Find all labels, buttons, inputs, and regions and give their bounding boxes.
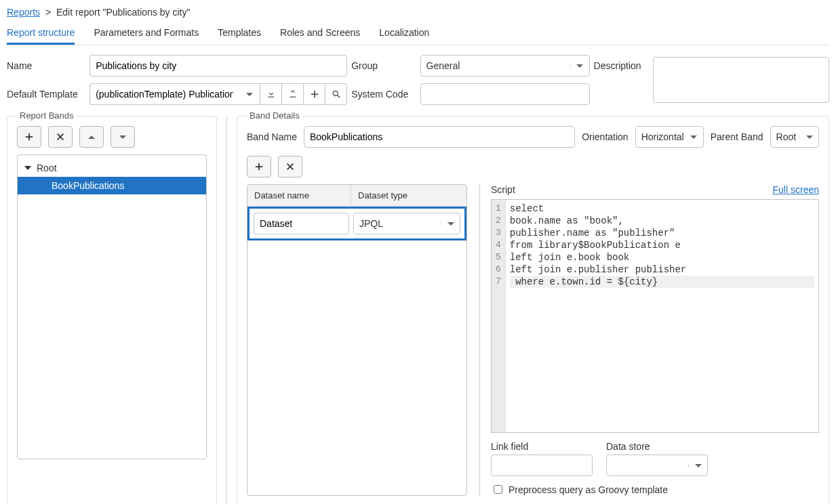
orientation-value: Horizontal (641, 131, 684, 142)
dataset-row[interactable]: JPQL (247, 207, 466, 240)
panel-divider[interactable] (226, 116, 227, 504)
tabs: Report structure Parameters and Formats … (7, 23, 829, 45)
parent-band-select[interactable]: Root (770, 126, 819, 148)
template-dropdown-button[interactable] (239, 83, 260, 105)
template-download-button[interactable] (260, 83, 282, 105)
default-template-label: Default Template (7, 89, 85, 100)
data-store-select[interactable] (606, 455, 708, 476)
group-select[interactable]: General (420, 55, 590, 77)
add-dataset-button[interactable] (247, 156, 271, 177)
band-name-label: Band Name (247, 131, 297, 142)
close-icon (285, 162, 295, 171)
chevron-down-icon (441, 222, 460, 226)
breadcrumb-current: Edit report "Publications by city" (56, 7, 190, 18)
template-add-button[interactable] (304, 83, 325, 105)
panels: Report Bands Root BookPublications (7, 116, 829, 504)
dataset-toolbar (247, 156, 819, 177)
fullscreen-link[interactable]: Full screen (773, 184, 819, 195)
chevron-down-icon (246, 93, 253, 96)
name-input[interactable] (89, 55, 347, 77)
editor-gutter: 1234567 (492, 200, 506, 432)
caret-down-icon (119, 135, 126, 139)
orientation-select[interactable]: Horizontal (635, 126, 704, 148)
tab-templates[interactable]: Templates (218, 23, 261, 45)
orientation-label: Orientation (582, 131, 628, 142)
plus-icon (254, 162, 264, 171)
remove-dataset-button[interactable] (278, 156, 302, 177)
bookpublications-node[interactable]: BookPublications (18, 177, 206, 194)
plus-icon (24, 132, 34, 142)
tab-roles-screens[interactable]: Roles and Screens (280, 23, 360, 45)
plus-icon (310, 89, 319, 99)
chevron-down-icon (570, 64, 589, 68)
bands-toolbar (17, 126, 207, 148)
band-details-panel: Band Details Band Name Orientation Horiz… (237, 116, 829, 504)
tree-caret-icon (24, 166, 31, 170)
tab-parameters-formats[interactable]: Parameters and Formats (94, 23, 199, 45)
move-up-button[interactable] (79, 126, 104, 148)
dataset-name-input[interactable] (254, 213, 349, 234)
tab-report-structure[interactable]: Report structure (7, 23, 75, 45)
tab-localization[interactable]: Localization (379, 23, 429, 45)
band-details-form: Band Name Orientation Horizontal Parent … (247, 126, 819, 148)
script-header: Script Full screen (491, 184, 819, 195)
remove-band-button[interactable] (48, 126, 73, 148)
template-upload-button[interactable] (282, 83, 304, 105)
band-name-input[interactable] (304, 126, 575, 148)
chevron-down-icon (688, 464, 707, 467)
group-value: General (426, 60, 570, 71)
dataset-table: Dataset name Dataset type JPQL (247, 184, 467, 496)
dataset-type-value: JPQL (359, 218, 441, 229)
group-label: Group (351, 60, 416, 71)
root-label: Root (37, 163, 57, 173)
bookpublications-label: BookPublications (52, 180, 124, 191)
editor-code[interactable]: selectbook.name as "book",publisher.name… (506, 200, 818, 432)
caret-up-icon (88, 135, 95, 139)
preprocess-row: Preprocess query as Groovy template (491, 483, 819, 496)
system-code-input[interactable] (420, 83, 590, 105)
system-code-label: System Code (351, 89, 416, 100)
link-field-input[interactable] (491, 455, 593, 476)
bands-tree: Root BookPublications (17, 154, 207, 459)
svg-point-0 (333, 91, 338, 96)
dataset-name-header: Dataset name (247, 185, 351, 206)
preprocess-label: Preprocess query as Groovy template (509, 484, 668, 495)
dataset-header: Dataset name Dataset type (247, 185, 466, 207)
description-label: Description (594, 60, 649, 71)
chevron-down-icon (684, 135, 703, 139)
breadcrumb-sep: > (45, 7, 51, 18)
script-label: Script (491, 184, 515, 195)
svg-line-1 (337, 96, 340, 98)
search-icon (332, 89, 341, 99)
dataset-column: Dataset name Dataset type JPQL (247, 184, 467, 496)
name-label: Name (7, 60, 85, 71)
link-field-label: Link field (491, 441, 593, 452)
default-template-lookup (89, 83, 347, 105)
upload-icon (288, 89, 298, 99)
close-icon (56, 132, 65, 142)
move-down-button[interactable] (111, 126, 135, 148)
dataset-type-select[interactable]: JPQL (353, 213, 460, 234)
details-legend: Band Details (247, 110, 302, 121)
add-band-button[interactable] (17, 126, 41, 148)
download-icon (266, 89, 276, 99)
template-search-button[interactable] (325, 83, 347, 105)
chevron-down-icon (799, 135, 818, 139)
report-bands-panel: Report Bands Root BookPublications (7, 116, 217, 504)
bands-legend: Report Bands (17, 110, 77, 121)
parent-band-value: Root (776, 131, 799, 142)
dataset-type-header: Dataset type (351, 185, 466, 206)
root-node[interactable]: Root (18, 159, 206, 177)
breadcrumb-root-link[interactable]: Reports (7, 7, 40, 18)
below-editor: Link field Data store (491, 441, 819, 476)
breadcrumb: Reports > Edit report "Publications by c… (7, 7, 829, 18)
script-editor[interactable]: 1234567 selectbook.name as "book",publis… (491, 199, 819, 433)
report-form: Name Group General Description Default T… (7, 55, 829, 105)
description-textarea[interactable] (653, 57, 829, 103)
details-body: Dataset name Dataset type JPQL (247, 184, 819, 496)
script-column: Script Full screen 1234567 selectbook.na… (479, 184, 819, 496)
default-template-input[interactable] (89, 83, 239, 105)
preprocess-checkbox[interactable] (494, 485, 502, 494)
data-store-label: Data store (606, 441, 708, 452)
parent-band-label: Parent Band (711, 131, 763, 142)
